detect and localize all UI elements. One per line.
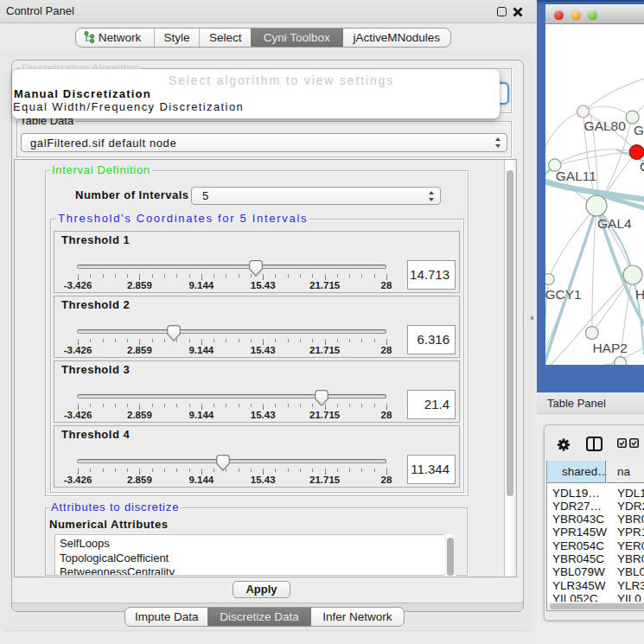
- svg-text:CA: CA: [640, 159, 644, 174]
- svg-text:HI: HI: [635, 287, 644, 302]
- svg-text:GAL80: GAL80: [584, 118, 627, 133]
- svg-text:GCY1: GCY1: [545, 287, 582, 302]
- svg-text:GA: GA: [634, 123, 644, 137]
- svg-text:GAL11: GAL11: [556, 169, 596, 183]
- svg-text:GAL4: GAL4: [597, 216, 632, 231]
- svg-text:HAP2: HAP2: [592, 341, 628, 355]
